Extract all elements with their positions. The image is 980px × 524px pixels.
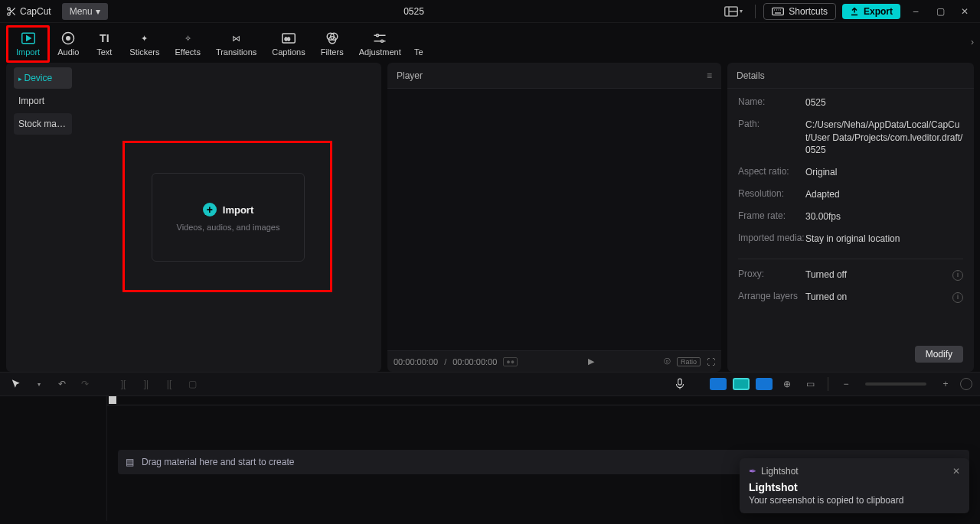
player-footer: 00:00:00:00 / 00:00:00:00 ●● ▶ ⦾ Ratio ⛶ — [387, 350, 721, 372]
sidebar-item-stock[interactable]: Stock mater... — [14, 113, 72, 135]
quality-icon[interactable]: ●● — [503, 357, 518, 366]
film-icon: ▤ — [126, 457, 134, 467]
import-zone[interactable]: + Import Videos, audios, and images — [152, 173, 305, 262]
details-panel: Details Name:0525 Path:C:/Users/Neha/App… — [727, 63, 974, 372]
tab-transitions[interactable]: ⋈ Transitions — [208, 25, 264, 63]
transitions-icon: ⋈ — [230, 31, 243, 45]
workspace: Device Import Stock mater... + Import Vi… — [0, 63, 980, 372]
fullscreen-icon[interactable]: ⛶ — [707, 357, 715, 366]
time-total: 00:00:00:00 — [452, 357, 497, 366]
sidebar-item-device[interactable]: Device — [14, 67, 72, 89]
project-title: 0525 — [108, 6, 720, 17]
tab-captions[interactable]: cc Captions — [264, 25, 312, 63]
play-button[interactable]: ▶ — [588, 356, 594, 366]
captions-icon: cc — [282, 31, 296, 45]
tab-label: Stickers — [129, 47, 159, 57]
split-tool[interactable]: ][ — [115, 376, 132, 392]
cursor-dropdown[interactable]: ▾ — [31, 376, 47, 392]
modify-button[interactable]: Modify — [915, 346, 963, 363]
time-current: 00:00:00:00 — [394, 357, 438, 366]
info-icon[interactable]: i — [952, 292, 963, 303]
menu-label: Menu — [70, 6, 93, 17]
export-icon — [850, 7, 859, 16]
timeline-ruler[interactable] — [107, 396, 980, 405]
tab-label: Effects — [175, 47, 200, 57]
detail-proxy: Proxy:Turned offi — [738, 269, 963, 282]
sticker-icon: ✦ — [138, 31, 152, 45]
menu-button[interactable]: Menu ▾ — [62, 3, 108, 20]
zoom-out-icon[interactable] — [710, 376, 727, 392]
trim-left-tool[interactable]: ]| — [138, 376, 155, 392]
zoom-fitall-icon[interactable] — [960, 378, 972, 390]
effects-icon: ✧ — [181, 31, 194, 45]
tab-filters[interactable]: Filters — [313, 25, 351, 63]
drop-text: Drag material here and start to create — [142, 457, 294, 467]
zoom-in-icon[interactable] — [756, 376, 773, 392]
redo-button[interactable]: ↷ — [77, 376, 93, 392]
media-icon — [21, 31, 35, 45]
tab-templates[interactable]: Te — [409, 25, 429, 63]
tab-adjustment[interactable]: Adjustment — [351, 25, 409, 63]
timeline-tracks-header — [0, 396, 107, 521]
crop-tool[interactable]: ▢ — [184, 376, 201, 392]
media-sidebar: Device Import Stock mater... — [6, 63, 75, 372]
keyboard-icon — [772, 7, 784, 16]
svg-point-21 — [377, 34, 379, 37]
tab-stickers[interactable]: ✦ Stickers — [122, 25, 167, 63]
tabs-scroll-right[interactable]: › — [971, 37, 974, 47]
toast-title: Lightshot — [749, 481, 960, 493]
close-button[interactable]: ✕ — [956, 6, 974, 17]
trim-right-tool[interactable]: |[ — [161, 376, 178, 392]
import-title: Import — [223, 204, 253, 216]
templates-icon — [412, 31, 426, 45]
snapshot-icon[interactable]: ⦾ — [664, 356, 671, 366]
import-action: + Import — [203, 203, 253, 216]
svg-rect-5 — [773, 8, 784, 15]
ratio-button[interactable]: Ratio — [677, 357, 701, 366]
minimize-button[interactable]: – — [906, 6, 925, 17]
titlebar-right: ▾ Shortcuts Export – ▢ ✕ — [720, 3, 974, 20]
tab-effects[interactable]: ✧ Effects — [167, 25, 207, 63]
player-menu-icon[interactable]: ≡ — [707, 70, 712, 81]
tab-text[interactable]: TI Text — [87, 25, 122, 63]
tab-audio[interactable]: Audio — [50, 25, 87, 63]
detail-resolution: Resolution:Adapted — [738, 188, 963, 201]
detail-imported-media: Imported media:Stay in original location — [738, 233, 963, 246]
player-viewport[interactable] — [387, 89, 721, 350]
filters-icon — [325, 31, 339, 45]
separator — [738, 259, 963, 259]
separator — [755, 5, 756, 18]
cursor-tool[interactable] — [8, 376, 24, 392]
layout-icon[interactable]: ▾ — [720, 4, 747, 19]
playhead[interactable] — [109, 396, 116, 404]
tab-label: Import — [16, 47, 40, 57]
magnet-icon[interactable]: ⊕ — [779, 376, 795, 392]
detail-framerate: Frame rate:30.00fps — [738, 210, 963, 223]
export-button[interactable]: Export — [842, 4, 900, 19]
preview-icon[interactable]: ▭ — [802, 376, 818, 392]
sidebar-item-import[interactable]: Import — [14, 90, 72, 112]
toast-close[interactable]: ✕ — [952, 466, 960, 477]
zoom-fit-icon[interactable] — [733, 376, 750, 392]
svg-text:cc: cc — [285, 36, 290, 41]
mic-icon[interactable] — [671, 376, 688, 392]
timeline-toolbar: ▾ ↶ ↷ ][ ]| |[ ▢ ⊕ ▭ − + — [0, 372, 980, 396]
tool-tabs: Import Audio TI Text ✦ Stickers ✧ Effect… — [0, 23, 980, 63]
svg-point-1 — [8, 12, 11, 15]
zoom-plus[interactable]: + — [937, 376, 954, 392]
tab-label: Adjustment — [359, 47, 401, 57]
app-logo: CapCut — [6, 6, 51, 17]
titlebar: CapCut Menu ▾ 0525 ▾ Shortcuts Export – … — [0, 0, 980, 23]
chevron-down-icon: ▾ — [740, 8, 743, 15]
zoom-slider[interactable] — [865, 382, 926, 386]
zoom-minus[interactable]: − — [838, 376, 854, 392]
tab-label: Captions — [272, 47, 305, 57]
info-icon[interactable]: i — [952, 270, 963, 281]
tab-import[interactable]: Import — [6, 25, 50, 63]
app-name: CapCut — [20, 6, 51, 17]
undo-button[interactable]: ↶ — [54, 376, 70, 392]
player-panel: Player ≡ 00:00:00:00 / 00:00:00:00 ●● ▶ … — [387, 63, 721, 372]
shortcuts-button[interactable]: Shortcuts — [763, 3, 836, 20]
maximize-button[interactable]: ▢ — [931, 6, 949, 17]
toast-header: ✒ Lightshot ✕ — [749, 466, 960, 477]
